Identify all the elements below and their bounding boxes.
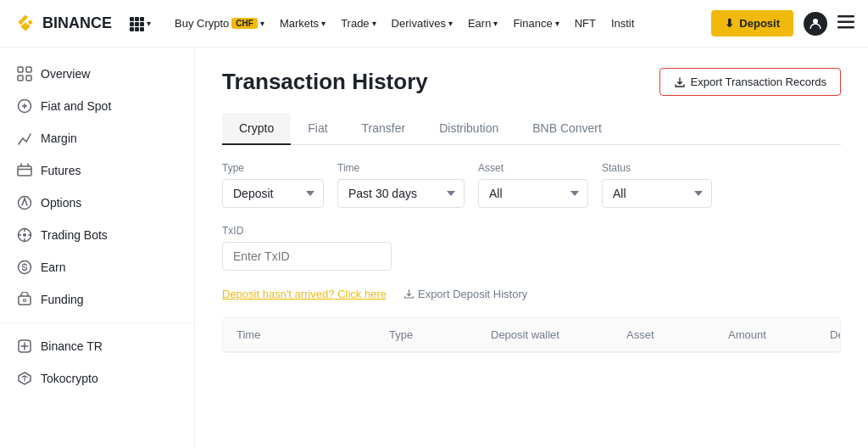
options-icon: [17, 195, 32, 210]
svg-rect-1: [135, 17, 139, 21]
time-label: Time: [337, 162, 465, 174]
svg-point-21: [23, 233, 26, 237]
svg-rect-6: [130, 27, 134, 31]
nav-earn[interactable]: Earn ▾: [461, 12, 504, 35]
top-nav: BINANCE ▾ Buy Crypto CHF ▾ Markets ▾ Tra…: [0, 0, 868, 48]
main-layout: Overview Fiat and Spot Margin Futures: [0, 48, 868, 448]
svg-rect-15: [18, 76, 23, 81]
tabs: Crypto Fiat Transfer Distribution BNB Co…: [222, 113, 841, 145]
type-select[interactable]: Deposit: [222, 179, 324, 208]
sidebar-item-trading-bots[interactable]: Trading Bots: [0, 219, 194, 251]
asset-select[interactable]: All: [478, 179, 588, 208]
overview-icon: [17, 66, 32, 81]
export-history-link[interactable]: Export Deposit History: [403, 288, 527, 300]
sidebar-item-overview[interactable]: Overview: [0, 58, 194, 90]
tokocrypto-icon: [17, 371, 32, 386]
col-amount: Amount: [715, 318, 816, 351]
nav-finance[interactable]: Finance ▾: [506, 12, 565, 35]
sidebar-item-fiat-spot[interactable]: Fiat and Spot: [0, 90, 194, 122]
filter-status: Status All: [602, 162, 712, 208]
deposit-button[interactable]: ⬇ Deposit: [711, 10, 793, 36]
sidebar-item-options[interactable]: Options: [0, 187, 194, 219]
nav-buy-crypto[interactable]: Buy Crypto CHF ▾: [168, 12, 271, 35]
svg-rect-3: [130, 22, 134, 26]
sidebar-item-margin[interactable]: Margin: [0, 122, 194, 154]
txid-label: TxID: [222, 225, 841, 237]
svg-rect-0: [130, 17, 134, 21]
markets-chevron: ▾: [321, 19, 326, 28]
svg-point-24: [24, 300, 26, 302]
export-history-icon: [403, 288, 415, 300]
grid-menu-icon[interactable]: ▾: [129, 16, 151, 31]
svg-rect-16: [26, 76, 31, 81]
col-deposit-wallet: Deposit wallet: [477, 318, 613, 351]
tab-bnb-convert[interactable]: BNB Convert: [515, 113, 619, 145]
status-select[interactable]: All: [602, 179, 712, 208]
page-header: Transaction History Export Transaction R…: [222, 68, 841, 96]
txid-section: TxID: [222, 225, 841, 271]
grid-chevron-icon: ▾: [147, 19, 151, 28]
tab-crypto[interactable]: Crypto: [222, 113, 291, 145]
action-links: Deposit hasn't arrived? Click here Expor…: [222, 288, 841, 300]
deposit-help-link[interactable]: Deposit hasn't arrived? Click here: [222, 288, 387, 300]
derivatives-chevron: ▾: [448, 19, 453, 28]
nav-right: ⬇ Deposit: [711, 10, 854, 36]
svg-point-9: [813, 19, 818, 24]
nav-nft[interactable]: NFT: [568, 12, 603, 35]
col-type: Type: [376, 318, 477, 351]
svg-rect-10: [837, 15, 854, 18]
fiat-spot-icon: [17, 98, 32, 114]
status-label: Status: [602, 162, 712, 174]
svg-rect-8: [140, 27, 144, 31]
menu-hamburger-icon[interactable]: [837, 15, 854, 31]
svg-rect-14: [26, 67, 31, 72]
svg-rect-4: [135, 22, 139, 26]
logo[interactable]: BINANCE: [14, 12, 112, 36]
export-button[interactable]: Export Transaction Records: [659, 68, 841, 96]
col-asset: Asset: [613, 318, 715, 351]
main-content: Transaction History Export Transaction R…: [195, 48, 868, 448]
svg-rect-7: [135, 27, 139, 31]
sidebar: Overview Fiat and Spot Margin Futures: [0, 48, 195, 448]
binance-tr-icon: [17, 339, 32, 354]
nav-trade[interactable]: Trade ▾: [334, 12, 382, 35]
nav-derivatives[interactable]: Derivatives ▾: [385, 12, 459, 35]
filters: Type Deposit Time Past 30 days Asset All…: [222, 162, 841, 208]
type-label: Type: [222, 162, 324, 174]
earn-chevron: ▾: [493, 19, 498, 28]
buy-crypto-chevron: ▾: [260, 19, 264, 28]
tab-fiat[interactable]: Fiat: [291, 113, 344, 145]
col-time: Time: [223, 318, 376, 351]
txid-input[interactable]: [222, 242, 392, 271]
svg-rect-12: [837, 26, 854, 29]
svg-rect-18: [18, 166, 31, 176]
futures-icon: [17, 163, 32, 178]
trade-chevron: ▾: [372, 19, 376, 28]
time-select[interactable]: Past 30 days: [337, 179, 465, 208]
funding-icon: [17, 292, 32, 307]
asset-label: Asset: [478, 162, 588, 174]
svg-rect-13: [18, 67, 23, 72]
sidebar-item-futures[interactable]: Futures: [0, 154, 194, 187]
nav-markets[interactable]: Markets ▾: [273, 12, 332, 35]
filter-type: Type Deposit: [222, 162, 324, 208]
table: Time Type Deposit wallet Asset Amount De…: [222, 317, 841, 353]
page-title: Transaction History: [222, 69, 428, 95]
export-icon: [674, 76, 686, 88]
sidebar-item-tokocrypto[interactable]: Tokocrypto: [0, 362, 194, 395]
svg-rect-2: [140, 17, 144, 21]
svg-rect-23: [19, 296, 31, 305]
trading-bots-icon: [17, 227, 32, 243]
nav-instit[interactable]: Instit: [604, 12, 641, 35]
sidebar-item-funding[interactable]: Funding: [0, 283, 194, 316]
nav-items: Buy Crypto CHF ▾ Markets ▾ Trade ▾ Deriv…: [168, 12, 694, 35]
user-avatar-icon[interactable]: [804, 12, 827, 36]
sidebar-item-binance-tr[interactable]: Binance TR: [0, 330, 194, 362]
col-destination: Destination: [816, 318, 841, 351]
earn-icon: [17, 260, 32, 275]
filter-time: Time Past 30 days: [337, 162, 465, 208]
tab-transfer[interactable]: Transfer: [345, 113, 423, 145]
sidebar-item-earn[interactable]: Earn: [0, 251, 194, 283]
finance-chevron: ▾: [555, 19, 559, 28]
tab-distribution[interactable]: Distribution: [422, 113, 515, 145]
